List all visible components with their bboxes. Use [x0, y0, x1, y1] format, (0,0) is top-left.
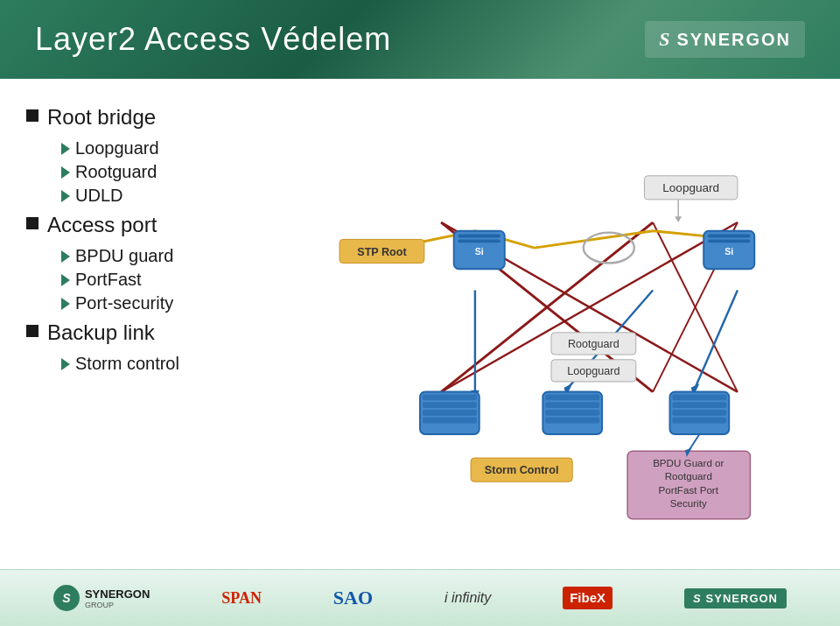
synergon-logo-text: SYNERGON — [677, 30, 791, 50]
svg-rect-29 — [708, 239, 750, 243]
network-diagram: Loopguard STP Root Rootguard Loopguard S… — [289, 96, 814, 560]
svg-rect-25 — [458, 239, 500, 243]
footer-logo-synergon-group: S SYNERGON GROUP — [53, 585, 150, 611]
footer-label-synergon-group-sub: GROUP — [85, 601, 150, 609]
sub-items-root-bridge: Loopguard Rootguard UDLD — [61, 138, 280, 206]
footer-label-infinity: i infinity — [444, 590, 491, 606]
sub-label-bpdu-guard: BPDU guard — [75, 246, 173, 266]
svg-line-8 — [535, 231, 653, 248]
header: Layer2 Access Védelem S SYNERGON — [0, 0, 840, 79]
bpdu-line4: Security — [670, 497, 707, 509]
footer-label-synergon: SYNERGON — [706, 592, 778, 605]
sub-item-rootguard: Rootguard — [61, 162, 280, 182]
bpdu-line3: PortFast Port — [659, 484, 719, 496]
svg-rect-39 — [545, 410, 599, 416]
svg-rect-40 — [545, 418, 599, 424]
sub-item-port-security: Port-security — [61, 293, 280, 313]
storm-control-label: Storm Control — [485, 464, 559, 476]
footer-label-sao: SAO — [333, 587, 373, 609]
sub-item-portfast: PortFast — [61, 270, 280, 290]
svg-rect-42 — [672, 394, 726, 400]
svg-rect-37 — [545, 394, 599, 400]
svg-rect-35 — [423, 418, 477, 424]
sub-item-storm-control: Storm control — [61, 354, 280, 374]
bullet-square-3 — [26, 325, 38, 337]
loopguard2-label: Loopguard — [567, 365, 620, 377]
arrow-icon-4 — [61, 250, 70, 263]
footer-logo-synergon: S SYNERGON — [684, 588, 787, 608]
right-diagram-panel: Loopguard STP Root Rootguard Loopguard S… — [289, 96, 814, 560]
bullet-root-bridge: Root bridge — [26, 105, 280, 130]
footer: S SYNERGON GROUP SPAN SAO i infinity Fib… — [0, 569, 840, 626]
arrow-icon-1 — [61, 143, 70, 155]
footer-logo-infinity: i infinity — [444, 590, 491, 606]
svg-line-14 — [696, 290, 738, 387]
svg-rect-45 — [672, 418, 726, 424]
bpdu-line1: BPDU Guard or — [653, 457, 724, 468]
sub-item-udld: UDLD — [61, 186, 280, 206]
arrow-icon-3 — [61, 190, 70, 202]
bullet-access-port: Access port — [26, 213, 280, 237]
footer-label-span: SPAN — [221, 589, 262, 608]
bullet-square-2 — [26, 217, 38, 229]
footer-label-fibex: FibeX — [570, 590, 606, 605]
bullet-label-root-bridge: Root bridge — [47, 105, 156, 130]
rootguard-label: Rootguard — [568, 338, 620, 350]
svg-rect-28 — [708, 235, 750, 238]
sub-item-bpdu-guard: BPDU guard — [61, 246, 280, 266]
bullet-square-1 — [26, 109, 38, 122]
svg-rect-32 — [423, 394, 477, 400]
arrow-icon-5 — [61, 274, 70, 286]
sub-item-loopguard: Loopguard — [61, 138, 280, 158]
arrow-icon-7 — [61, 358, 70, 370]
svg-rect-44 — [672, 410, 726, 416]
svg-rect-43 — [672, 402, 726, 408]
footer-logo-fibex: FibeX — [563, 587, 612, 609]
svg-text:Si: Si — [724, 246, 733, 257]
sub-items-backup-link: Storm control — [61, 354, 280, 374]
bullet-backup-link: Backup link — [26, 320, 280, 345]
svg-text:Si: Si — [475, 246, 484, 257]
svg-rect-38 — [545, 402, 599, 408]
sub-label-udld: UDLD — [75, 186, 122, 206]
sub-label-port-security: Port-security — [75, 293, 173, 313]
svg-marker-18 — [675, 216, 682, 222]
footer-logo-sao: SAO — [333, 587, 373, 609]
left-panel: Root bridge Loopguard Rootguard UDLD Acc… — [26, 96, 280, 560]
footer-logo-span: SPAN — [221, 589, 262, 608]
svg-rect-24 — [458, 235, 500, 238]
svg-rect-33 — [423, 402, 477, 408]
stp-root-label: STP Root — [357, 246, 407, 258]
synergon-logo-header: S SYNERGON — [645, 21, 805, 58]
bpdu-line2: Rootguard — [665, 470, 712, 482]
synergon-s-icon: S — [659, 28, 669, 51]
arrow-icon-6 — [61, 298, 70, 310]
arrow-icon-2 — [61, 166, 70, 179]
sub-items-access-port: BPDU guard PortFast Port-security — [61, 246, 280, 313]
loopguard-label: Loopguard — [662, 181, 719, 194]
bullet-label-access-port: Access port — [47, 213, 157, 237]
bullet-label-backup-link: Backup link — [47, 320, 155, 345]
sub-label-storm-control: Storm control — [75, 354, 179, 374]
sub-label-loopguard: Loopguard — [75, 138, 159, 158]
page-title: Layer2 Access Védelem — [35, 21, 391, 58]
footer-label-synergon-group: SYNERGON — [85, 587, 150, 601]
sub-label-rootguard: Rootguard — [75, 162, 157, 182]
sub-label-portfast: PortFast — [75, 270, 142, 290]
main-content: Root bridge Loopguard Rootguard UDLD Acc… — [0, 79, 840, 569]
svg-rect-34 — [423, 410, 477, 416]
